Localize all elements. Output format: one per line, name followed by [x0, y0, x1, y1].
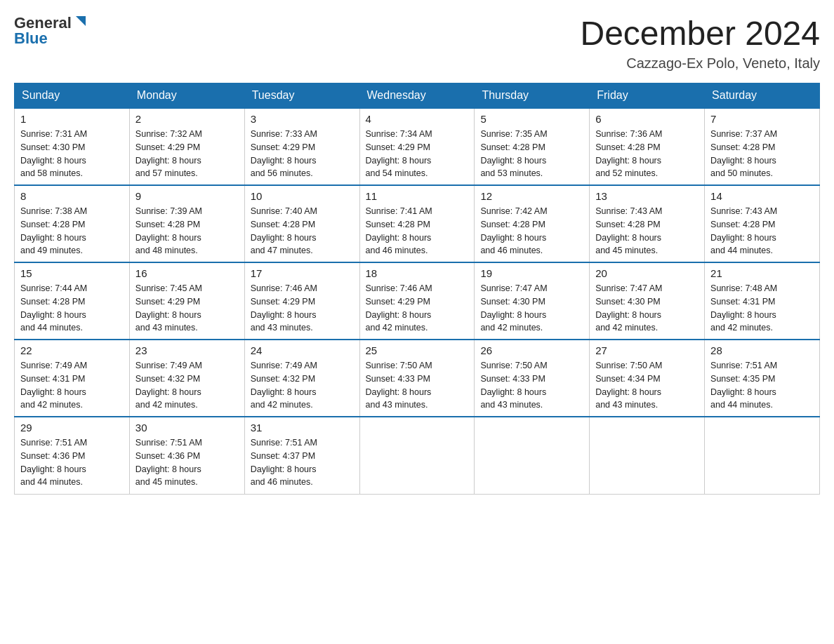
calendar-cell: 8 Sunrise: 7:38 AMSunset: 4:28 PMDayligh…: [15, 185, 130, 262]
calendar-cell: 3 Sunrise: 7:33 AMSunset: 4:29 PMDayligh…: [244, 108, 359, 185]
calendar-week-row: 29 Sunrise: 7:51 AMSunset: 4:36 PMDaylig…: [15, 417, 820, 494]
day-number: 10: [251, 190, 354, 202]
day-info: Sunrise: 7:41 AMSunset: 4:28 PMDaylight:…: [366, 205, 469, 257]
title-block: December 2024 Cazzago-Ex Polo, Veneto, I…: [580, 14, 820, 72]
day-info: Sunrise: 7:31 AMSunset: 4:30 PMDaylight:…: [20, 128, 124, 180]
day-info: Sunrise: 7:48 AMSunset: 4:31 PMDaylight:…: [710, 282, 814, 335]
calendar-cell: 17 Sunrise: 7:46 AMSunset: 4:29 PMDaylig…: [244, 262, 359, 340]
calendar-cell: 10 Sunrise: 7:40 AMSunset: 4:28 PMDaylig…: [244, 185, 359, 262]
day-number: 16: [135, 267, 239, 279]
calendar-cell: 21 Sunrise: 7:48 AMSunset: 4:31 PMDaylig…: [705, 262, 820, 340]
day-info: Sunrise: 7:37 AMSunset: 4:28 PMDaylight:…: [710, 128, 814, 180]
day-info: Sunrise: 7:50 AMSunset: 4:33 PMDaylight:…: [480, 359, 583, 412]
calendar-cell: 31 Sunrise: 7:51 AMSunset: 4:37 PMDaylig…: [244, 417, 359, 494]
weekday-header-thursday: Thursday: [475, 83, 590, 109]
day-info: Sunrise: 7:46 AMSunset: 4:29 PMDaylight:…: [366, 282, 469, 335]
day-info: Sunrise: 7:44 AMSunset: 4:28 PMDaylight:…: [20, 282, 124, 335]
day-number: 8: [20, 190, 124, 202]
day-info: Sunrise: 7:39 AMSunset: 4:28 PMDaylight:…: [135, 205, 239, 257]
day-number: 23: [135, 344, 239, 356]
day-number: 17: [251, 267, 354, 279]
day-info: Sunrise: 7:49 AMSunset: 4:32 PMDaylight:…: [135, 359, 239, 412]
day-info: Sunrise: 7:32 AMSunset: 4:29 PMDaylight:…: [135, 128, 239, 180]
logo-arrow-icon: [73, 15, 88, 30]
day-number: 21: [710, 267, 814, 279]
day-number: 9: [135, 190, 239, 202]
calendar-cell: 22 Sunrise: 7:49 AMSunset: 4:31 PMDaylig…: [15, 340, 130, 417]
day-number: 1: [20, 113, 124, 125]
day-info: Sunrise: 7:49 AMSunset: 4:32 PMDaylight:…: [251, 359, 354, 412]
calendar-cell: 26 Sunrise: 7:50 AMSunset: 4:33 PMDaylig…: [475, 340, 590, 417]
day-info: Sunrise: 7:35 AMSunset: 4:28 PMDaylight:…: [480, 128, 583, 180]
weekday-header-friday: Friday: [590, 83, 705, 109]
day-info: Sunrise: 7:33 AMSunset: 4:29 PMDaylight:…: [251, 128, 354, 180]
day-info: Sunrise: 7:47 AMSunset: 4:30 PMDaylight:…: [480, 282, 583, 335]
day-number: 29: [20, 422, 124, 434]
calendar-cell: 24 Sunrise: 7:49 AMSunset: 4:32 PMDaylig…: [244, 340, 359, 417]
day-number: 30: [135, 422, 239, 434]
weekday-header-saturday: Saturday: [705, 83, 820, 109]
weekday-header-tuesday: Tuesday: [244, 83, 359, 109]
logo-blue: Blue: [14, 29, 48, 48]
calendar-cell: 12 Sunrise: 7:42 AMSunset: 4:28 PMDaylig…: [475, 185, 590, 262]
calendar-cell: 28 Sunrise: 7:51 AMSunset: 4:35 PMDaylig…: [705, 340, 820, 417]
calendar-cell: 7 Sunrise: 7:37 AMSunset: 4:28 PMDayligh…: [705, 108, 820, 185]
location: Cazzago-Ex Polo, Veneto, Italy: [580, 55, 820, 72]
calendar-cell: 1 Sunrise: 7:31 AMSunset: 4:30 PMDayligh…: [15, 108, 130, 185]
day-info: Sunrise: 7:51 AMSunset: 4:37 PMDaylight:…: [251, 436, 354, 489]
day-number: 18: [366, 267, 469, 279]
calendar-cell: 16 Sunrise: 7:45 AMSunset: 4:29 PMDaylig…: [129, 262, 244, 340]
day-info: Sunrise: 7:36 AMSunset: 4:28 PMDaylight:…: [595, 128, 699, 180]
day-info: Sunrise: 7:51 AMSunset: 4:36 PMDaylight:…: [135, 436, 239, 489]
day-info: Sunrise: 7:43 AMSunset: 4:28 PMDaylight:…: [595, 205, 699, 257]
day-info: Sunrise: 7:47 AMSunset: 4:30 PMDaylight:…: [595, 282, 699, 335]
day-number: 7: [710, 113, 814, 125]
day-info: Sunrise: 7:51 AMSunset: 4:35 PMDaylight:…: [710, 359, 814, 412]
calendar-table: SundayMondayTuesdayWednesdayThursdayFrid…: [14, 83, 820, 495]
day-number: 27: [595, 344, 699, 356]
calendar-week-row: 8 Sunrise: 7:38 AMSunset: 4:28 PMDayligh…: [15, 185, 820, 262]
logo: General Blue: [14, 14, 88, 48]
calendar-cell: 18 Sunrise: 7:46 AMSunset: 4:29 PMDaylig…: [359, 262, 475, 340]
day-info: Sunrise: 7:45 AMSunset: 4:29 PMDaylight:…: [135, 282, 239, 335]
calendar-cell: 6 Sunrise: 7:36 AMSunset: 4:28 PMDayligh…: [590, 108, 705, 185]
day-number: 12: [480, 190, 583, 202]
calendar-week-row: 22 Sunrise: 7:49 AMSunset: 4:31 PMDaylig…: [15, 340, 820, 417]
calendar-cell: 11 Sunrise: 7:41 AMSunset: 4:28 PMDaylig…: [359, 185, 475, 262]
day-info: Sunrise: 7:40 AMSunset: 4:28 PMDaylight:…: [251, 205, 354, 257]
calendar-cell: [590, 417, 705, 494]
day-number: 24: [251, 344, 354, 356]
weekday-header-sunday: Sunday: [15, 83, 130, 109]
day-info: Sunrise: 7:49 AMSunset: 4:31 PMDaylight:…: [20, 359, 124, 412]
day-info: Sunrise: 7:46 AMSunset: 4:29 PMDaylight:…: [251, 282, 354, 335]
calendar-cell: [475, 417, 590, 494]
calendar-cell: [359, 417, 475, 494]
day-info: Sunrise: 7:43 AMSunset: 4:28 PMDaylight:…: [710, 205, 814, 257]
day-info: Sunrise: 7:50 AMSunset: 4:34 PMDaylight:…: [595, 359, 699, 412]
calendar-cell: 5 Sunrise: 7:35 AMSunset: 4:28 PMDayligh…: [475, 108, 590, 185]
calendar-cell: 9 Sunrise: 7:39 AMSunset: 4:28 PMDayligh…: [129, 185, 244, 262]
day-number: 22: [20, 344, 124, 356]
day-number: 31: [251, 422, 354, 434]
calendar-cell: 14 Sunrise: 7:43 AMSunset: 4:28 PMDaylig…: [705, 185, 820, 262]
day-number: 6: [595, 113, 699, 125]
day-info: Sunrise: 7:51 AMSunset: 4:36 PMDaylight:…: [20, 436, 124, 489]
page-header: General Blue December 2024 Cazzago-Ex Po…: [14, 14, 820, 72]
calendar-cell: 19 Sunrise: 7:47 AMSunset: 4:30 PMDaylig…: [475, 262, 590, 340]
calendar-cell: 29 Sunrise: 7:51 AMSunset: 4:36 PMDaylig…: [15, 417, 130, 494]
svg-marker-0: [76, 16, 86, 26]
calendar-week-row: 15 Sunrise: 7:44 AMSunset: 4:28 PMDaylig…: [15, 262, 820, 340]
day-number: 5: [480, 113, 583, 125]
day-number: 19: [480, 267, 583, 279]
calendar-cell: 20 Sunrise: 7:47 AMSunset: 4:30 PMDaylig…: [590, 262, 705, 340]
day-number: 11: [366, 190, 469, 202]
day-number: 13: [595, 190, 699, 202]
calendar-week-row: 1 Sunrise: 7:31 AMSunset: 4:30 PMDayligh…: [15, 108, 820, 185]
day-number: 4: [366, 113, 469, 125]
day-info: Sunrise: 7:42 AMSunset: 4:28 PMDaylight:…: [480, 205, 583, 257]
calendar-cell: 4 Sunrise: 7:34 AMSunset: 4:29 PMDayligh…: [359, 108, 475, 185]
day-number: 14: [710, 190, 814, 202]
calendar-cell: 25 Sunrise: 7:50 AMSunset: 4:33 PMDaylig…: [359, 340, 475, 417]
weekday-header-monday: Monday: [129, 83, 244, 109]
calendar-cell: 13 Sunrise: 7:43 AMSunset: 4:28 PMDaylig…: [590, 185, 705, 262]
